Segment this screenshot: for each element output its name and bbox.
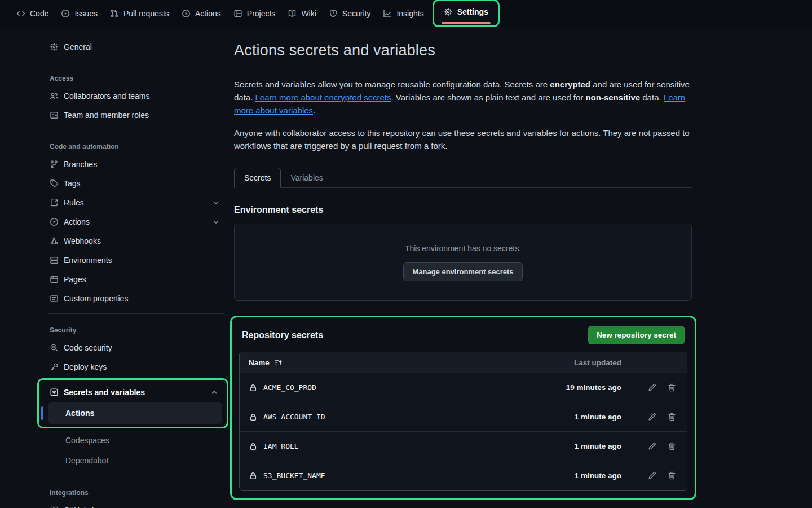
secret-last-updated: 19 minutes ago (537, 383, 621, 392)
environment-secrets-empty-message: This environment has no secrets. (405, 244, 521, 253)
tab-issues-label: Issues (74, 9, 97, 18)
sidebar-item-deploy-keys[interactable]: Deploy keys (48, 357, 224, 376)
sidebar-subitem-actions-selected[interactable]: Actions (48, 402, 222, 424)
environment-secrets-heading: Environment secrets (234, 205, 692, 215)
sidebar-item-github-apps[interactable]: GitHub Apps (48, 501, 224, 508)
tab-pull-requests-label: Pull requests (123, 9, 169, 18)
secret-last-updated: 1 minute ago (537, 413, 621, 421)
sidebar-item-label: Environments (64, 256, 112, 265)
tab-variables[interactable]: Variables (281, 168, 332, 187)
page-title: Actions secrets and variables (234, 42, 692, 59)
sidebar-subitem-label: Codespaces (65, 436, 109, 445)
sidebar-item-rules[interactable]: Rules (48, 193, 224, 212)
sidebar-section-security: Security (48, 319, 224, 338)
sidebar-item-label: Webhooks (64, 237, 101, 246)
sidebar-item-custom-properties[interactable]: Custom properties (48, 289, 224, 308)
tab-insights-label: Insights (396, 9, 423, 18)
sidebar-subitem-dependabot[interactable]: Dependabot (48, 450, 224, 471)
sidebar-subitem-label: Actions (65, 409, 94, 418)
delete-secret-button[interactable] (666, 470, 678, 481)
sidebar-item-label: Actions (64, 217, 90, 226)
tab-security[interactable]: Security (323, 4, 377, 23)
edit-secret-button[interactable] (646, 382, 658, 393)
secrets-variables-tabnav: Secrets Variables (234, 168, 692, 188)
delete-secret-button[interactable] (666, 440, 678, 452)
tab-insights[interactable]: Insights (377, 4, 430, 23)
sort-ascending-icon (274, 358, 283, 367)
sidebar-item-code-security[interactable]: Code security (48, 338, 224, 357)
edit-secret-button[interactable] (646, 411, 658, 423)
sidebar-item-label: Code security (64, 343, 112, 352)
active-tab-underline (442, 22, 491, 24)
trash-icon (667, 412, 677, 422)
secret-name: S3_BUCKET_NAME (263, 471, 325, 480)
sidebar-item-environments[interactable]: Environments (48, 251, 224, 270)
edit-secret-button[interactable] (646, 470, 658, 481)
delete-secret-button[interactable] (666, 411, 678, 423)
intro-text-segment: Secrets and variables allow you to manag… (234, 80, 550, 89)
manage-environment-secrets-button[interactable]: Manage environment secrets (403, 262, 522, 281)
tab-wiki-label: Wiki (301, 9, 316, 18)
sidebar-item-webhooks[interactable]: Webhooks (48, 231, 224, 251)
main-content: Actions secrets and variables Secrets an… (234, 42, 692, 500)
sidebar-item-label: Pages (64, 275, 86, 284)
repository-secrets-header: Repository secrets New repository secret (239, 323, 687, 344)
chevron-up-icon (210, 388, 219, 397)
secret-last-updated: 1 minute ago (537, 471, 621, 480)
learn-more-encrypted-secrets-link[interactable]: Learn more about encrypted secrets (255, 93, 391, 102)
name-column-header[interactable]: Name (249, 358, 283, 367)
tab-secrets[interactable]: Secrets (234, 168, 281, 188)
key-icon (50, 362, 59, 371)
intro-text-segment: . Variables are shown as plain text and … (391, 93, 586, 102)
edit-secret-button[interactable] (646, 440, 658, 452)
gear-icon (50, 42, 59, 51)
environment-secrets-empty-panel: This environment has no secrets. Manage … (234, 224, 692, 301)
sidebar-item-team-member-roles[interactable]: Team and member roles (48, 106, 224, 125)
repository-secrets-annotation-box: Repository secrets New repository secret… (230, 316, 696, 500)
sidebar-subitem-codespaces[interactable]: Codespaces (48, 430, 224, 450)
intro-paragraph-2: Anyone with collaborator access to this … (234, 126, 692, 152)
sidebar-item-tags[interactable]: Tags (48, 174, 224, 193)
row-actions (621, 382, 678, 393)
tab-pull-requests[interactable]: Pull requests (104, 4, 175, 23)
tab-wiki[interactable]: Wiki (281, 4, 322, 23)
sidebar-item-pages[interactable]: Pages (48, 270, 224, 289)
tab-actions-label: Actions (195, 9, 221, 18)
sidebar-item-collaborators[interactable]: Collaborators and teams (48, 86, 224, 106)
tab-settings[interactable]: Settings (438, 2, 495, 21)
new-repository-secret-button[interactable]: New repository secret (588, 326, 685, 344)
sidebar-divider (48, 313, 224, 314)
gear-icon (444, 7, 453, 16)
sidebar-item-general[interactable]: General (48, 37, 224, 56)
intro-bold-encrypted: encrypted (550, 80, 590, 89)
tab-projects[interactable]: Projects (227, 4, 282, 23)
tab-projects-label: Projects (247, 9, 276, 18)
row-actions (621, 470, 678, 481)
trash-icon (667, 441, 677, 451)
tab-code[interactable]: Code (10, 4, 55, 23)
trash-icon (667, 471, 677, 480)
play-icon (50, 217, 59, 226)
tab-actions[interactable]: Actions (175, 4, 227, 23)
sidebar-item-actions[interactable]: Actions (48, 212, 224, 231)
tab-code-label: Code (30, 9, 48, 18)
sidebar-item-label: Custom properties (64, 294, 128, 303)
repository-secrets-table: Name Last updated ACME_CO_PROD 19 minute… (239, 352, 687, 491)
people-icon (50, 91, 59, 100)
repository-secrets-heading: Repository secrets (242, 330, 323, 340)
git-branch-icon (50, 160, 59, 169)
settings-tab-annotation-box: Settings (433, 0, 500, 27)
chevron-down-icon (211, 217, 220, 226)
shield-icon (329, 9, 338, 18)
title-divider (234, 68, 692, 68)
sidebar-item-branches[interactable]: Branches (48, 155, 224, 174)
delete-secret-button[interactable] (666, 382, 678, 393)
sidebar-divider (48, 476, 224, 476)
tab-issues[interactable]: Issues (55, 4, 103, 23)
pencil-icon (647, 412, 657, 422)
sidebar-item-label: GitHub Apps (64, 506, 108, 508)
note-icon (50, 294, 59, 303)
sidebar-item-secrets-and-variables[interactable]: Secrets and variables (48, 382, 222, 402)
secret-name: ACME_CO_PROD (263, 383, 316, 392)
id-badge-icon (50, 111, 59, 120)
